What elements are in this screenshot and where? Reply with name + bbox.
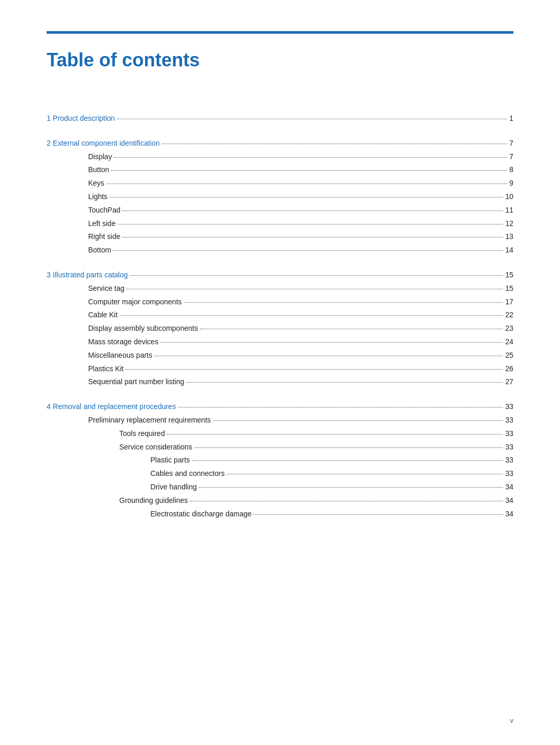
toc-entry: Service tag15 [47, 283, 513, 295]
dots [178, 407, 503, 407]
page-num: 33 [505, 454, 513, 467]
toc-entry: TouchPad11 [47, 204, 513, 217]
toc-entry: Right side13 [47, 231, 513, 243]
chapter-num: 2 [47, 139, 51, 147]
toc-entry: Mass storage devices24 [47, 336, 513, 348]
chapter-page: 7 [509, 137, 513, 150]
page-num: 17 [505, 296, 513, 308]
entry-text: Right side [88, 231, 120, 243]
dots [122, 210, 503, 211]
entry-text: Service tag [88, 283, 124, 295]
dots [162, 144, 507, 144]
entry-text: Display assembly subcomponents [88, 322, 198, 335]
dots [227, 474, 503, 474]
page-num: 12 [505, 218, 513, 230]
chapter-text: 3Illustrated parts catalog [47, 269, 128, 282]
toc-entry: Plastics Kit26 [47, 363, 513, 375]
page-num: 22 [505, 309, 513, 321]
chapter-page: 1 [509, 113, 513, 125]
toc-entry: Display assembly subcomponents23 [47, 322, 513, 335]
toc-entry: Sequential part number listing27 [47, 376, 513, 388]
entry-text: Electrostatic discharge damage [150, 508, 251, 521]
chapter-page: 15 [505, 269, 513, 282]
toc-entry: Drive handling34 [47, 481, 513, 494]
dots [130, 275, 503, 276]
dots [167, 434, 503, 434]
entry-text: Preliminary replacement requirements [88, 414, 211, 427]
chapter-num: 1 [47, 114, 51, 122]
chapter-num: 3 [47, 271, 51, 279]
toc-entry: Miscellaneous parts25 [47, 349, 513, 362]
entry-text: Plastic parts [150, 454, 190, 467]
chapter-page: 33 [505, 401, 513, 413]
entry-text: Tools required [119, 428, 165, 440]
entry-text: Left side [88, 218, 116, 230]
page-num: 14 [505, 244, 513, 257]
entry-text: Cables and connectors [150, 468, 225, 480]
entry-text: Computer major components [88, 296, 182, 308]
page: Table of contents 1Product description12… [0, 0, 560, 745]
dots [199, 487, 503, 488]
entry-text: TouchPad [88, 204, 120, 217]
toc-entry: Bottom14 [47, 244, 513, 257]
dots [118, 224, 503, 224]
dots [190, 501, 503, 501]
entry-text: Plastics Kit [88, 363, 123, 375]
page-num: 10 [505, 191, 513, 203]
chapter-text: 4Removal and replacement procedures [47, 401, 176, 413]
section-gap [47, 389, 513, 401]
toc-entry: Tools required33 [47, 428, 513, 440]
dots [200, 329, 503, 329]
dots [186, 382, 503, 383]
page-num: 9 [509, 177, 513, 190]
page-num: 23 [505, 322, 513, 335]
toc-entry: Display7 [47, 151, 513, 163]
page-num: 33 [505, 441, 513, 454]
dots [184, 302, 503, 303]
top-border-thin [47, 33, 513, 34]
page-num: 33 [505, 468, 513, 480]
toc-entry: Lights10 [47, 191, 513, 203]
entry-text: Cable Kit [88, 309, 118, 321]
dots [192, 460, 503, 461]
dots [113, 250, 503, 251]
toc-entry: Service considerations33 [47, 441, 513, 454]
entry-text: Service considerations [119, 441, 192, 454]
chapter-entry: 1Product description1 [47, 113, 513, 125]
toc-entry: Plastic parts33 [47, 454, 513, 467]
page-num: 33 [505, 414, 513, 427]
toc-entry: Preliminary replacement requirements33 [47, 414, 513, 427]
page-num: 7 [509, 151, 513, 163]
dots [106, 184, 507, 184]
entry-text: Sequential part number listing [88, 376, 184, 388]
dots [254, 514, 503, 515]
toc-entry: Left side12 [47, 218, 513, 230]
dots [120, 315, 503, 316]
toc-entry: Keys9 [47, 177, 513, 190]
toc-entry: Cables and connectors33 [47, 468, 513, 480]
chapter-entry: 2External component identification7 [47, 137, 513, 150]
toc-entry: Button8 [47, 164, 513, 176]
dots [194, 447, 503, 448]
chapter-text: 2External component identification [47, 137, 160, 150]
entry-text: Grounding guidelines [119, 495, 188, 507]
page-num: 34 [505, 508, 513, 521]
page-num: 33 [505, 428, 513, 440]
toc-entry: Grounding guidelines34 [47, 495, 513, 507]
toc-entry: Cable Kit22 [47, 309, 513, 321]
section-gap [47, 258, 513, 269]
page-num: 34 [505, 495, 513, 507]
page-num: 15 [505, 283, 513, 295]
entry-text: Drive handling [150, 481, 197, 494]
page-num: 27 [505, 376, 513, 388]
section-gap [47, 521, 513, 532]
section-gap [47, 126, 513, 137]
chapter-num: 4 [47, 402, 51, 411]
entry-text: Button [88, 164, 109, 176]
chapter-text: 1Product description [47, 113, 115, 125]
dots [109, 197, 503, 198]
entry-text: Mass storage devices [88, 336, 158, 348]
dots [160, 342, 503, 343]
entry-text: Miscellaneous parts [88, 349, 152, 362]
page-footer: v [510, 716, 514, 724]
